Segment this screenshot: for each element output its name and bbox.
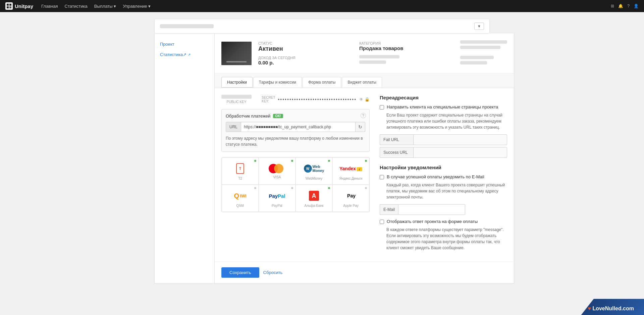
project-dropdown-button[interactable]: ▼	[474, 22, 484, 30]
method-qiwi[interactable]: QIWI QIWI	[222, 185, 259, 212]
blurred6	[460, 61, 487, 64]
handler-url-input[interactable]	[241, 122, 356, 132]
qiwi-logo: QIWI	[234, 189, 246, 203]
logo[interactable]: Unitpay	[5, 2, 33, 10]
nav-payouts[interactable]: Выплаты ▾	[94, 4, 116, 9]
email-field-row: E-Mail	[380, 204, 507, 215]
save-button[interactable]: Сохранить	[221, 267, 259, 278]
settings-content: PUBLIC KEY SECRET KEY: •••••••••••••••••…	[215, 88, 514, 262]
public-key-block: PUBLIC KEY	[221, 95, 252, 104]
category-section: КАТЕГОРИЯ Продажа товаров	[359, 41, 453, 66]
email-checkbox-label: В случае успешной оплаты уведомить по E-…	[387, 174, 484, 179]
settings-tabs: Настройки Тарифы и комиссии Форма оплаты…	[215, 74, 514, 88]
alfa-label: Альфа-Банк	[305, 204, 324, 208]
help-icon[interactable]: ?	[627, 4, 630, 8]
bell-icon[interactable]: 🔔	[618, 4, 623, 8]
notifications-section: Настройки уведомлений В случае успешной …	[380, 165, 507, 251]
keys-section: PUBLIC KEY SECRET KEY: •••••••••••••••••…	[221, 95, 370, 104]
nav-manage[interactable]: Управление ▾	[123, 4, 151, 9]
user-avatar[interactable]: 👤	[634, 4, 639, 8]
alfa-icon: А	[309, 191, 319, 201]
extra-info-section	[460, 40, 507, 66]
settings-left: PUBLIC KEY SECRET KEY: •••••••••••••••••…	[221, 95, 370, 255]
topnav-right: ⊞ 🔔 ? 👤	[611, 4, 639, 8]
svg-rect-1	[9, 4, 11, 6]
eye-icon[interactable]: 👁	[359, 97, 363, 102]
nav-home[interactable]: Главная	[41, 4, 58, 9]
method-applepay[interactable]: Pay Apple Pay	[332, 185, 369, 212]
method-t2[interactable]: T T2	[222, 158, 259, 185]
url-refresh-button[interactable]: ↻	[356, 122, 365, 132]
bottom-action-bar: Сохранить Сбросить	[215, 262, 514, 283]
response-checkbox[interactable]	[380, 220, 384, 224]
method-mastercard[interactable]: VISA	[259, 158, 296, 185]
response-checkbox-label: Отображать ответ проекта на форме оплаты	[387, 219, 478, 224]
pp-status-dot	[291, 187, 293, 189]
nav-stats[interactable]: Статистика	[65, 4, 88, 9]
handler-description: По этому адресу мы уведомляем вашу платф…	[226, 135, 365, 147]
redirect-checkbox[interactable]	[380, 105, 384, 109]
handler-url-row: URL ↻	[226, 122, 365, 132]
grid-icon[interactable]: ⊞	[611, 4, 614, 8]
tab-payment-form[interactable]: Форма оплаты	[303, 77, 341, 88]
method-yandex[interactable]: Yandex💰 Яндекс.Деньги	[332, 158, 369, 185]
handler-title: Обработчик платежей	[226, 114, 270, 119]
sidebar-item-statistics[interactable]: Статистика↗ ↗	[155, 49, 214, 60]
email-notification-checkbox[interactable]	[380, 175, 384, 179]
wm-status-dot	[328, 160, 330, 162]
secret-key-icons: 👁 🔒	[359, 97, 370, 102]
blurred3	[460, 40, 507, 44]
svg-rect-2	[7, 6, 9, 8]
mc-status-dot	[291, 160, 293, 162]
success-url-row: Success URL	[380, 147, 507, 158]
reset-button[interactable]: Сбросить	[263, 270, 283, 275]
t2-phone-icon: T	[236, 163, 244, 174]
success-url-label: Success URL	[380, 147, 413, 158]
tab-settings[interactable]: Настройки	[221, 77, 253, 88]
handler-help-icon[interactable]: ?	[361, 113, 366, 118]
apple-pay-label: Apple Pay	[343, 204, 359, 208]
lock-icon[interactable]: 🔒	[365, 97, 370, 102]
category-value: Продажа товаров	[359, 45, 453, 51]
tab-tariffs[interactable]: Тарифы и комиссии	[253, 77, 302, 88]
email-checkbox-row: В случае успешной оплаты уведомить по E-…	[380, 174, 507, 179]
svg-rect-0	[7, 4, 9, 6]
redirect-checkbox-label: Направить клиента на специальные страниц…	[387, 104, 498, 109]
success-url-input[interactable]	[413, 147, 507, 158]
stat-arrow-icon: ↗	[188, 53, 191, 56]
wm-logo: W Web Money	[304, 162, 324, 175]
mc-logo	[269, 163, 285, 174]
method-paypal[interactable]: PayPal PayPal	[259, 185, 296, 212]
url-label: URL	[226, 122, 241, 132]
project-status-section: СТАТУС Активен ДОХОД ЗА СЕГОДНЯ 0.00 р.	[258, 41, 353, 65]
pp-logo: PayPal	[269, 189, 285, 203]
method-alfa[interactable]: А Альфа-Банк	[296, 185, 332, 212]
handler-status-badge: ОК!	[273, 114, 283, 118]
sidebar-item-project[interactable]: Проект	[155, 39, 214, 49]
payment-handler: ? Обработчик платежей ОК! URL ↻ По этому…	[221, 109, 370, 152]
method-webmoney[interactable]: W Web Money WebMoney	[296, 158, 332, 185]
svg-rect-3	[9, 6, 11, 8]
blurred5	[460, 56, 494, 59]
ya-status-dot	[365, 160, 367, 162]
fail-url-row: Fail URL	[380, 134, 507, 145]
payment-methods-grid: T T2 VISA	[221, 157, 370, 212]
handler-header: Обработчик платежей ОК!	[226, 114, 365, 119]
apple-status-dot	[365, 187, 367, 189]
redirect-description: Если Ваш проект содержит специальные стр…	[386, 112, 507, 130]
response-checkbox-row: Отображать ответ проекта на форме оплаты	[380, 219, 507, 224]
alfa-status-dot	[328, 187, 330, 189]
blurred2	[359, 60, 386, 64]
project-header-title	[160, 24, 214, 28]
pp-label: PayPal	[272, 204, 282, 208]
t2-status-dot	[254, 160, 256, 162]
project-thumbnail	[221, 42, 252, 65]
settings-right: Переадресация Направить клиента на специ…	[380, 95, 507, 255]
response-description: В каждом ответе платформы существует пар…	[386, 227, 507, 251]
qiwi-label: QIWI	[236, 204, 244, 208]
ya-label: Яндекс.Деньги	[339, 177, 363, 180]
redirect-checkbox-row: Направить клиента на специальные страниц…	[380, 104, 507, 109]
fail-url-input[interactable]	[413, 134, 507, 145]
tab-payment-widget[interactable]: Виджет оплаты	[342, 77, 382, 88]
email-input[interactable]	[398, 204, 465, 215]
